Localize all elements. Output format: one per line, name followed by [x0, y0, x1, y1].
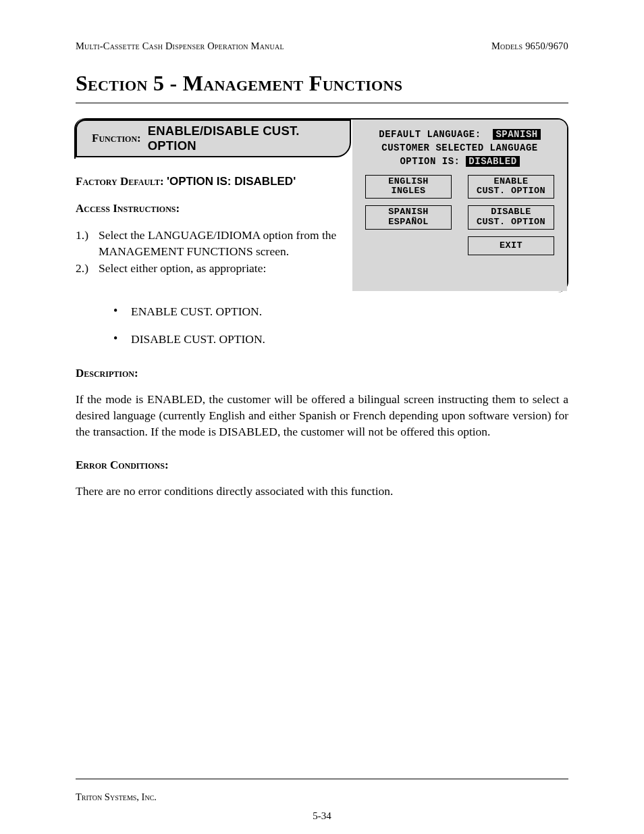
factory-default-label: Factory Default: [76, 175, 164, 188]
bullet-dot-icon: • [113, 332, 131, 344]
error-conditions-heading: Error Conditions: [76, 459, 568, 472]
page-number: 5-34 [0, 810, 644, 822]
title-rule [76, 103, 568, 103]
factory-default: Factory Default: 'OPTION IS: DISABLED' [76, 175, 346, 188]
access-step-1: 1.) Select the LANGUAGE/IDIOMA option fr… [76, 228, 346, 259]
page-content: Multi-Cassette Cash Dispenser Operation … [76, 41, 568, 500]
list-number: 2.) [76, 261, 99, 277]
access-step-2: 2.) Select either option, as appropriate… [76, 261, 346, 277]
default-language-value: SPANISH [493, 129, 540, 140]
header-right: Models 9650/9670 [491, 41, 568, 52]
enable-cust-option-button[interactable]: ENABLECUST. OPTION [468, 175, 554, 199]
access-heading: Access Instructions: [76, 202, 346, 215]
default-language-label: DEFAULT LANGUAGE: [379, 129, 481, 140]
disable-cust-option-button[interactable]: DISABLECUST. OPTION [468, 205, 554, 229]
atm-button-row-1: ENGLISHINGLES ENABLECUST. OPTION [365, 175, 554, 199]
list-number: 1.) [76, 228, 99, 244]
access-step-1-text: Select the LANGUAGE/IDIOMA option from t… [99, 228, 346, 259]
screen-line-2: CUSTOMER SELECTED LANGUAGE [381, 142, 537, 153]
error-conditions-text: There are no error conditions directly a… [76, 483, 568, 499]
option-is-label: OPTION IS: [400, 156, 460, 167]
description-text: If the mode is ENABLED, the customer wil… [76, 391, 568, 440]
function-tab: Function: ENABLE/DISABLE CUST. OPTION [76, 120, 351, 157]
function-name: ENABLE/DISABLE CUST. OPTION [148, 124, 350, 153]
bullet-dot-icon: • [113, 305, 131, 317]
description-heading: Description: [76, 367, 568, 380]
atm-button-row-3: EXIT [365, 236, 554, 255]
english-button[interactable]: ENGLISHINGLES [365, 175, 452, 199]
factory-default-value: 'OPTION IS: DISABLED' [167, 175, 296, 188]
frame-left-column: Factory Default: 'OPTION IS: DISABLED' A… [76, 175, 346, 278]
company-name: Triton Systems, Inc. [76, 791, 568, 803]
bullet-disable-text: DISABLE CUST. OPTION. [131, 332, 265, 346]
atm-button-row-2: SPANISHESPAÑOL DISABLECUST. OPTION [365, 205, 554, 229]
spanish-button[interactable]: SPANISHESPAÑOL [365, 205, 452, 229]
footer-rule [76, 779, 568, 779]
function-frame: Function: ENABLE/DISABLE CUST. OPTION Fa… [76, 118, 568, 292]
function-label: Function: [92, 132, 141, 145]
after-frame-block: • ENABLE CUST. OPTION. • DISABLE CUST. O… [76, 305, 568, 500]
bullet-disable: • DISABLE CUST. OPTION. [113, 332, 568, 346]
page-footer: Triton Systems, Inc. [76, 779, 568, 803]
running-header: Multi-Cassette Cash Dispenser Operation … [76, 41, 568, 52]
section-title: Section 5 - Management Functions [76, 71, 568, 96]
bullet-enable: • ENABLE CUST. OPTION. [113, 305, 568, 319]
atm-screen: DEFAULT LANGUAGE: SPANISH CUSTOMER SELEC… [352, 120, 567, 291]
header-left: Multi-Cassette Cash Dispenser Operation … [76, 41, 284, 52]
option-is-value: DISABLED [466, 156, 519, 167]
exit-button[interactable]: EXIT [468, 236, 554, 255]
screen-line-1: DEFAULT LANGUAGE: SPANISH [379, 129, 540, 140]
bullet-enable-text: ENABLE CUST. OPTION. [131, 305, 262, 319]
access-step-2-text: Select either option, as appropriate: [99, 261, 346, 277]
screen-line-3: OPTION IS: DISABLED [400, 156, 519, 167]
